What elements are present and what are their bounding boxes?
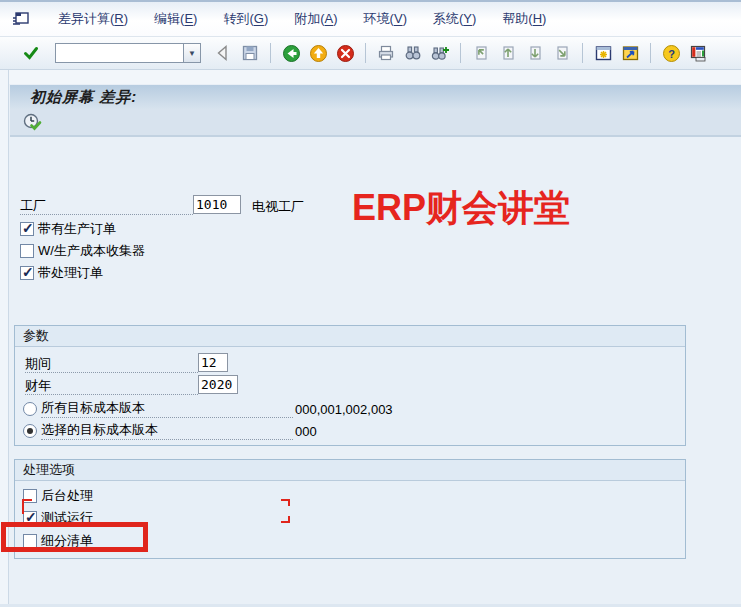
back-icon[interactable] (212, 42, 234, 64)
execute-clock-icon[interactable] (21, 111, 43, 133)
menu-item-extras[interactable]: 附加(A) (281, 6, 350, 32)
screen-title-bar: 初始屏幕 差异: (10, 84, 741, 109)
toolbar-separator (270, 43, 271, 63)
svg-text:?: ? (668, 47, 675, 59)
find-icon[interactable] (402, 42, 424, 64)
period-label: 期间 (25, 355, 198, 373)
selected-target-cost-version-value: 000 (295, 424, 317, 439)
checkbox-label: 后台处理 (41, 487, 93, 505)
radio-label: 选择的目标成本版本 (41, 422, 293, 440)
exit-icon[interactable] (307, 42, 329, 64)
save-icon[interactable] (239, 42, 261, 64)
radio-label: 所有目标成本版本 (41, 400, 293, 418)
customize-layout-icon[interactable] (687, 42, 709, 64)
checkbox-label: W/生产成本收集器 (38, 242, 145, 260)
checkbox[interactable] (20, 222, 34, 236)
period-input[interactable] (198, 353, 228, 372)
annotation-corner-bottom-right (281, 516, 290, 523)
command-field[interactable] (55, 43, 183, 63)
radio-button[interactable] (23, 424, 37, 438)
enter-icon[interactable] (20, 42, 42, 64)
chrome-gap (0, 70, 741, 84)
new-session-icon[interactable] (592, 42, 614, 64)
fiscal-year-input[interactable] (198, 375, 238, 394)
annotation-highlight-rectangle (1, 522, 148, 552)
plant-label: 工厂 (20, 197, 193, 215)
plant-description: 电视工厂 (252, 198, 304, 216)
checkbox[interactable] (20, 244, 34, 258)
annotation-corner-top-right (281, 499, 290, 506)
page-up-icon[interactable] (497, 42, 519, 64)
processing-options-groupbox-title: 处理选项 (15, 460, 685, 481)
fiscal-year-label: 财年 (25, 377, 198, 395)
menu-item-edit[interactable]: 编辑(E) (141, 6, 210, 32)
menu-item-goto[interactable]: 转到(G) (210, 6, 281, 32)
command-field-group: ▼ (55, 43, 201, 63)
page-down-icon[interactable] (524, 42, 546, 64)
checkbox-row-with-process-orders[interactable]: 带处理订单 (20, 264, 103, 282)
checkbox-row-background-processing[interactable]: 后台处理 (23, 487, 93, 505)
watermark-text: ERP财会讲堂 (352, 184, 570, 233)
annotation-corner-top-left (22, 499, 32, 514)
radio-row-selected-target-cost-version[interactable]: 选择的目标成本版本 (23, 422, 293, 440)
checkbox-label: 带有生产订单 (38, 220, 116, 238)
radio-button[interactable] (23, 402, 37, 416)
back-circle-icon[interactable] (280, 42, 302, 64)
menu-item-environment[interactable]: 环境(V) (351, 6, 420, 32)
radio-row-all-target-cost-versions[interactable]: 所有目标成本版本 (23, 400, 293, 418)
checkbox[interactable] (20, 266, 34, 280)
all-target-cost-versions-value: 000,001,002,003 (295, 402, 393, 417)
toolbar-separator (650, 43, 651, 63)
first-page-icon[interactable] (470, 42, 492, 64)
page-title: 初始屏幕 差异: (30, 88, 137, 107)
find-next-icon[interactable] (429, 42, 451, 64)
toolbar-separator (582, 43, 583, 63)
checkbox-row-with-cost-collectors[interactable]: W/生产成本收集器 (20, 242, 145, 260)
print-icon[interactable] (375, 42, 397, 64)
checkbox-row-with-production-orders[interactable]: 带有生产订单 (20, 220, 116, 238)
plant-input[interactable] (193, 195, 241, 214)
menu-item-help[interactable]: 帮助(H) (489, 6, 559, 32)
application-toolbar (10, 109, 741, 137)
sap-window: 差异计算(R) 编辑(E) 转到(G) 附加(A) 环境(V) 系统(Y) 帮助… (0, 0, 741, 607)
standard-toolbar: ▼ (0, 37, 741, 70)
menu-item-variance-calc[interactable]: 差异计算(R) (45, 6, 141, 32)
parameters-groupbox-title: 参数 (15, 326, 685, 347)
checkbox-label: 带处理订单 (38, 264, 103, 282)
parameters-groupbox: 参数 期间 财年 所有目标成本版本 000,001,002,003 选择的目标成… (14, 325, 686, 446)
toolbar-separator (365, 43, 366, 63)
menu-bar: 差异计算(R) 编辑(E) 转到(G) 附加(A) 环境(V) 系统(Y) 帮助… (0, 2, 741, 37)
last-page-icon[interactable] (551, 42, 573, 64)
menu-item-system[interactable]: 系统(Y) (420, 6, 489, 32)
command-field-dropdown-icon[interactable]: ▼ (183, 43, 201, 63)
toolbar-separator (460, 43, 461, 63)
cancel-icon[interactable] (334, 42, 356, 64)
system-menu-icon[interactable] (12, 12, 29, 27)
create-shortcut-icon[interactable] (619, 42, 641, 64)
help-icon[interactable]: ? (660, 42, 682, 64)
